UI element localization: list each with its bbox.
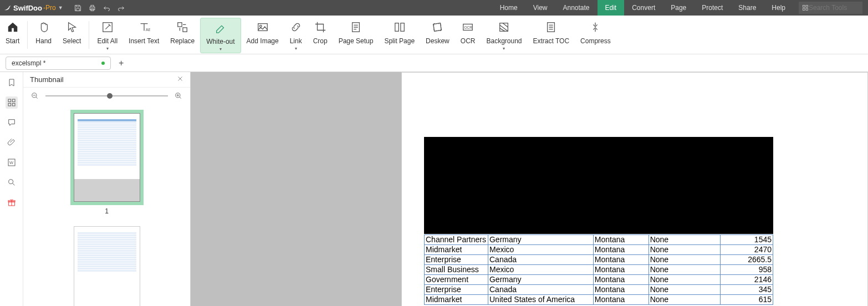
search-input[interactable] <box>809 4 853 12</box>
grid-icon <box>802 4 809 11</box>
cell-segment: Government <box>425 275 488 285</box>
svg-rect-11 <box>258 24 267 31</box>
cell-product: Montana <box>593 285 649 295</box>
thumbnails-button[interactable] <box>6 96 18 109</box>
thumbnail-page-2[interactable] <box>74 226 140 306</box>
menu-page[interactable]: Page <box>663 0 694 16</box>
svg-text:AB: AB <box>145 27 150 32</box>
app-pro-badge: -Pro <box>43 4 56 12</box>
close-thumbnail-button[interactable] <box>177 75 183 84</box>
text-icon: AB <box>138 21 150 33</box>
toc-icon <box>545 21 557 33</box>
ribbon-edit-all[interactable]: Edit All ▾ <box>91 18 123 53</box>
ribbon-replace[interactable]: Replace <box>165 18 200 53</box>
main-area: W Thumbnail 1 <box>0 72 868 306</box>
ribbon-start[interactable]: Start <box>0 18 25 53</box>
ribbon-split-page[interactable]: Split Page <box>379 18 420 53</box>
menu-help[interactable]: Help <box>764 0 793 16</box>
whiteout-redaction-box[interactable] <box>424 137 773 234</box>
cell-value: 2665.5 <box>721 255 773 265</box>
ribbon-page-setup[interactable]: Page Setup <box>333 18 379 53</box>
bookmark-icon <box>7 78 16 87</box>
document-canvas[interactable]: Channel PartnersGermanyMontanaNone1545Mi… <box>191 72 868 306</box>
menubar: SwifDoo -Pro ▼ Home View Annotate Edit C… <box>0 0 868 16</box>
link-icon <box>290 21 302 33</box>
ribbon-extract-toc[interactable]: Extract TOC <box>528 18 575 53</box>
svg-rect-9 <box>178 23 182 27</box>
thumbnail-page-1[interactable]: 1 <box>70 110 144 215</box>
undo-button[interactable] <box>100 0 114 16</box>
app-menu-dropdown[interactable]: ▼ <box>58 5 63 11</box>
cell-segment: Midmarket <box>425 245 488 255</box>
menu-edit[interactable]: Edit <box>598 0 625 16</box>
print-button[interactable] <box>85 0 100 16</box>
zoom-slider[interactable] <box>45 95 168 96</box>
paperclip-icon <box>7 138 16 147</box>
cell-discount: None <box>649 255 721 265</box>
menu-home[interactable]: Home <box>492 0 525 16</box>
ribbon-link[interactable]: Link ▾ <box>284 18 308 53</box>
tab-strip: excelsmpl * + <box>0 54 868 72</box>
save-button[interactable] <box>71 0 85 16</box>
chevron-down-icon: ▾ <box>295 46 297 51</box>
replace-icon <box>176 21 188 33</box>
deskew-icon <box>431 21 443 33</box>
find-button[interactable] <box>6 176 18 188</box>
ribbon-white-out[interactable]: White-out ▾ <box>200 18 241 53</box>
add-tab-button[interactable]: + <box>119 58 124 68</box>
pencil-box-icon <box>101 21 114 33</box>
word-export-button[interactable]: W <box>6 156 18 169</box>
menu-convert[interactable]: Convert <box>624 0 663 16</box>
search-icon <box>7 178 16 187</box>
ribbon-hand[interactable]: Hand <box>30 18 57 53</box>
redo-icon <box>117 4 125 12</box>
redo-button[interactable] <box>114 0 129 16</box>
cell-discount: None <box>649 295 721 305</box>
svg-rect-24 <box>8 103 11 106</box>
pagesetup-icon <box>350 21 362 33</box>
search-tools[interactable] <box>799 2 862 14</box>
ribbon-compress[interactable]: Compress <box>575 18 616 53</box>
menu-share[interactable]: Share <box>731 0 764 16</box>
cell-country: Germany <box>488 235 593 245</box>
ribbon-ocr[interactable]: OCR OCR <box>455 18 481 53</box>
ribbon-crop[interactable]: Crop <box>308 18 333 53</box>
thumbnail-list: 1 <box>23 104 190 306</box>
zoom-in-button[interactable] <box>173 91 183 101</box>
zoom-slider-knob[interactable] <box>107 93 113 99</box>
side-toolbar: W <box>0 72 23 306</box>
cell-value: 615 <box>721 295 773 305</box>
app-name: SwifDoo <box>13 4 42 12</box>
ribbon-deskew[interactable]: Deskew <box>420 18 455 53</box>
ribbon-select[interactable]: Select <box>57 18 86 53</box>
comments-button[interactable] <box>6 116 18 129</box>
attachments-button[interactable] <box>6 136 18 149</box>
document-page: Channel PartnersGermanyMontanaNone1545Mi… <box>401 72 868 306</box>
hand-icon <box>38 21 50 33</box>
cell-discount: None <box>649 265 721 275</box>
menu-view[interactable]: View <box>525 0 555 16</box>
svg-rect-0 <box>90 7 95 9</box>
ribbon-add-image[interactable]: Add Image <box>241 18 284 53</box>
chevron-down-icon: ▾ <box>219 47 222 52</box>
menu-protect[interactable]: Protect <box>694 0 731 16</box>
table-row: MidmarketUnited States of AmericaMontana… <box>425 295 773 305</box>
cell-segment: Enterprise <box>425 255 488 265</box>
svg-rect-22 <box>8 99 11 102</box>
thumbnail-title: Thumbnail <box>30 75 64 84</box>
ribbon: Start Hand Select Edit All ▾ AB Insert T… <box>0 16 868 54</box>
bookmarks-button[interactable] <box>6 76 18 89</box>
svg-point-28 <box>8 180 13 184</box>
ribbon-insert-text[interactable]: AB Insert Text <box>123 18 165 53</box>
cell-value: 2146 <box>721 275 773 285</box>
table-row: EnterpriseCanadaMontanaNone345 <box>425 285 773 295</box>
ribbon-background[interactable]: Background ▾ <box>481 18 527 53</box>
cell-discount: None <box>649 275 721 285</box>
zoom-out-button[interactable] <box>30 91 40 101</box>
document-tab[interactable]: excelsmpl * <box>6 57 111 70</box>
gift-button[interactable] <box>6 196 18 208</box>
menu-annotate[interactable]: Annotate <box>555 0 597 16</box>
cell-product: Montana <box>593 235 649 245</box>
print-icon <box>88 4 96 12</box>
crop-icon <box>314 21 326 33</box>
